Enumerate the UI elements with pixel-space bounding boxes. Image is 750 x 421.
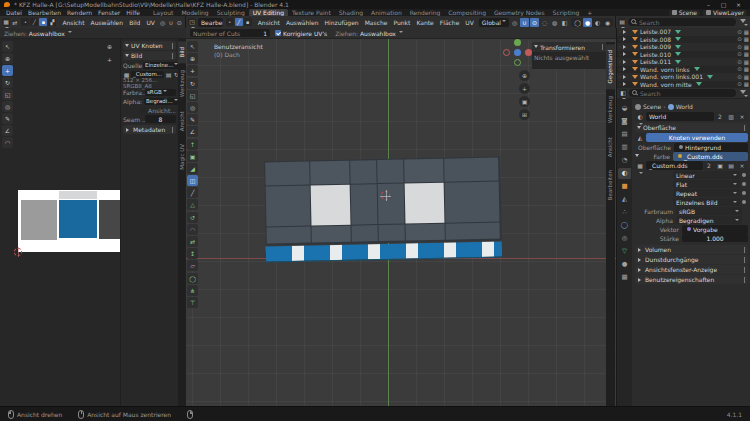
outliner-row[interactable]: · Leiste.010 ⊙ ▦ [617,51,750,59]
uv-sidebar-tab[interactable]: Werkzeug [178,64,186,103]
viewlayer-selector[interactable]: ViewLayer [703,10,747,16]
maximize-button[interactable]: ▢ [716,0,731,9]
workspace-tab[interactable]: Sculpting [213,9,249,16]
app-menu-item[interactable]: Bearbeiten [25,9,64,16]
workspace-tab[interactable]: Compositing [444,9,490,16]
image-open-button[interactable]: ▤ [726,161,736,170]
expand-icon[interactable] [623,82,628,86]
particles-tab-icon[interactable]: ∴ [618,207,631,218]
spin-icon[interactable]: ↺ [187,212,198,223]
show-overlays-icon[interactable]: ◍ [550,18,559,27]
image-browse-button[interactable]: ▦ [635,161,645,170]
workspace-tab[interactable]: + [583,9,596,16]
image-source-select[interactable]: Einzelne... [143,62,180,69]
scene-selector[interactable]: Scene [669,10,700,16]
outliner-row[interactable]: · Wand. vorn mitte ⊙ ▦ [617,81,750,89]
edge-select-icon[interactable]: ╱ [235,18,243,26]
uv-zoom-button[interactable]: ⊕ [104,41,115,52]
image-datablock-field[interactable]: _Custom.dds [646,161,703,170]
image-fake-user-button[interactable]: ▣ [715,161,725,170]
disable-render-icon[interactable]: ▦ [744,81,749,87]
extension-select[interactable]: Repeat [673,189,740,197]
alpha-mode-select[interactable]: Begradi... [144,98,180,105]
properties-editor-type-icon[interactable]: ◧ [619,89,627,97]
viewport-menu-item[interactable]: Ansicht [255,19,283,26]
viewport-3d[interactable]: Number of Cuts 1 Korrigiere UV's Ziehen:… [186,28,616,406]
uv-snap-icon[interactable]: ∪ [167,18,174,27]
viewport-camera-button[interactable]: ▣ [519,96,530,107]
uv-sidebar-tab[interactable]: Ansicht [178,105,186,137]
transform-icon[interactable]: ◎ [187,102,198,113]
hide-eye-icon[interactable]: ⊙ [737,36,742,42]
projection-select[interactable]: Flat [673,180,740,188]
uv-edge-select-icon[interactable]: ╱ [30,18,38,26]
orientation-select[interactable]: Global [479,18,509,27]
expand-icon[interactable] [623,45,628,49]
app-menu-item[interactable]: Datei [3,9,25,16]
viewport-npanel-tab[interactable]: Bearbeiten [606,164,615,206]
blender-logo-icon[interactable] [4,2,10,7]
uv-menu-item[interactable]: Ansicht [59,19,87,26]
viewport-npanel-tab[interactable]: Gegenstand [606,44,615,89]
outliner-row[interactable]: · Leiste.011 ⊙ ▦ [617,58,750,66]
viewport-menu-item[interactable]: Punkt [390,19,413,26]
properties-search-input[interactable]: Search [629,89,736,97]
viewport-editor-type-icon[interactable]: ◳ [188,18,196,26]
hide-eye-icon[interactable]: ⊙ [737,51,742,57]
edge-slide-icon[interactable]: ⇄ [187,236,198,247]
collapsed-panel-header[interactable]: Dunstdurchgänge [635,255,748,264]
object-tab-icon[interactable]: ■ [618,181,631,192]
viewport-3d-cursor[interactable] [381,191,390,200]
expand-icon[interactable] [623,60,628,64]
gizmo-x-axis[interactable] [525,49,532,56]
texture-tab-icon[interactable]: ▦ [618,272,631,283]
physics-tab-icon[interactable]: ◯ [618,220,631,231]
tool-tab-icon[interactable]: ◒ [618,103,631,114]
expand-icon[interactable] [623,52,628,56]
viewport-menu-item[interactable]: Fläche [437,19,463,26]
output-tab-icon[interactable]: ▤ [618,129,631,140]
face-select-icon[interactable]: ▪ [244,18,252,26]
collapsed-panel-header[interactable]: Volumen [635,245,748,254]
new-world-button[interactable]: ▥ [726,112,736,121]
disable-render-icon[interactable]: ▦ [744,29,749,35]
snap-icon[interactable]: ∪ [520,18,529,27]
outliner-row[interactable]: · Wand. vorn links.001 ⊙ ▦ [617,73,750,81]
uv-menu-item[interactable]: Bild [126,19,143,26]
collapsed-panel-header[interactable]: Benutzereigenschaften [635,275,748,284]
uv-editor-type-icon[interactable]: ▦ [2,18,10,26]
gizmo-x-axis-negative[interactable] [503,49,510,56]
hide-eye-icon[interactable]: ⊙ [737,44,742,50]
workspace-tab[interactable]: Modeling [177,9,212,16]
outliner-editor-type-icon[interactable]: ▤ [618,18,626,26]
rip-region-icon[interactable]: ⋔ [187,285,198,296]
workspace-tab[interactable]: Rendering [406,9,445,16]
viewport-npanel-tab[interactable]: Ansicht [606,131,615,163]
disable-render-icon[interactable]: ▦ [744,74,749,80]
world-datablock-field[interactable]: World [646,112,714,121]
shrink-flatten-icon[interactable]: ↕ [187,248,198,259]
viewport-menu-item[interactable]: Hinzufügen [322,19,362,26]
viewport-perspective-button[interactable]: ⊞ [519,109,530,120]
to-sphere-icon[interactable]: ◯ [187,273,198,284]
loop-cut-icon[interactable]: ◫ [187,175,198,186]
uv-pivot-icon[interactable]: ◎ [159,18,166,27]
workspace-tab[interactable]: Animation [367,9,406,16]
wireframe-shading-icon[interactable]: ◯ [573,18,582,27]
viewlayer-tab-icon[interactable]: ▥ [618,142,631,153]
xray-toggle-icon[interactable]: ◧ [560,18,569,27]
move-icon[interactable]: + [187,65,198,76]
hide-eye-icon[interactable]: ⊙ [737,66,742,72]
outliner-search-input[interactable]: Search [628,18,736,26]
rotate-icon[interactable]: ↻ [2,77,13,88]
extrude-region-icon[interactable]: ↑ [187,139,198,150]
viewport-menu-item[interactable]: Masche [362,19,391,26]
uv-drag-mode-select[interactable]: Auswahlbox [29,30,72,37]
collapsed-panel-header[interactable]: Ansichtsfenster-Anzeige [635,265,748,274]
solid-shading-icon[interactable]: ● [583,18,592,27]
viewport-menu-item[interactable]: Kante [413,19,436,26]
properties-filter-icon[interactable] [740,90,746,97]
viewport-zoom-button[interactable]: ⊕ [519,70,530,81]
metadata-panel-header[interactable]: Metadaten [123,125,176,134]
annotate-icon[interactable]: ✎ [187,114,198,125]
